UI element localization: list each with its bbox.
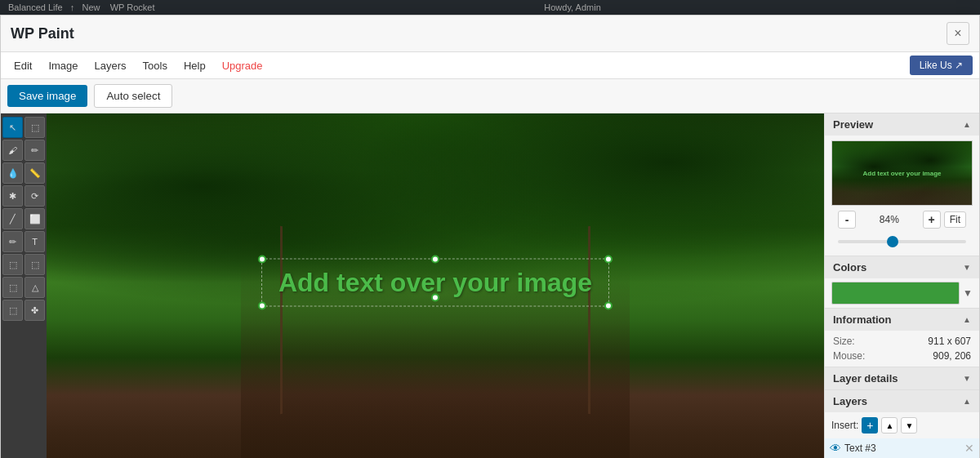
preview-body: Add text over your image - 84% + Fit [825,136,979,256]
tool-row-2: 🖌 ✏ [2,140,45,161]
tool-triangle[interactable]: △ [24,277,45,298]
menu-items: Edit Image Layers Tools Help Upgrade [7,56,270,75]
handle-br[interactable] [604,302,612,310]
dialog-title: WP Paint [11,25,74,42]
preview-title: Preview [833,118,873,131]
admin-bar: Balanced Life ↑ New WP Rocket Howdy, A [8,2,601,12]
preview-arrow: ▲ [963,120,971,129]
canvas-text: Add text over your image [278,268,592,297]
tool-line[interactable]: ╱ [2,208,23,229]
tool-shape1[interactable]: ⬚ [2,254,23,275]
wp-paint-dialog: WP Paint × Edit Image Layers Tools Help … [0,15,980,458]
colors-arrow: ▼ [963,263,971,272]
layer-name: Text #3 [844,442,961,454]
info-mouse-label: Mouse: [833,350,865,362]
color-swatch[interactable] [831,282,960,305]
layers-insert-row: Insert: + ▲ ▼ [825,412,979,438]
menu-layers[interactable]: Layers [88,56,133,75]
handle-bc[interactable] [431,294,439,302]
tool-row-9: ⬚ ✤ [2,300,45,321]
tool-row-8: ⬚ △ [2,277,45,298]
info-size-value: 911 x 607 [928,336,971,347]
layers-insert-label: Insert: [831,420,858,431]
info-mouse-row: Mouse: 909, 206 [825,349,979,363]
color-dropdown-arrow[interactable]: ▼ [963,287,973,299]
layer-delete-button[interactable]: ✕ [964,442,974,455]
preview-image: Add text over your image [831,140,973,206]
info-size-row: Size: 911 x 607 [825,334,979,349]
menu-tools[interactable]: Tools [136,56,174,75]
layers-header[interactable]: Layers ▲ [825,390,979,412]
tool-fill[interactable]: ⬚ [2,300,23,321]
tools-panel: ↖ ⬚ 🖌 ✏ 💧 📏 ✱ ⟳ ╱ ⬜ ✏ T [1,113,47,458]
info-mouse-value: 909, 206 [933,350,971,362]
menu-image[interactable]: Image [42,56,84,75]
colors-header[interactable]: Colors ▼ [825,256,979,278]
bridge-overlay [832,180,972,205]
save-image-button[interactable]: Save image [7,85,87,107]
menu-upgrade[interactable]: Upgrade [216,56,270,75]
tool-rect[interactable]: ⬜ [24,208,45,229]
tool-star[interactable]: ✤ [24,300,45,321]
layer-details-header[interactable]: Layer details ▼ [825,367,979,389]
tool-marquee[interactable]: ⬚ [24,117,45,138]
preview-header[interactable]: Preview ▲ [825,113,979,136]
auto-select-button[interactable]: Auto select [94,84,172,108]
info-size-label: Size: [833,336,855,347]
layer-details-section: Layer details ▼ [825,367,979,390]
layer-details-arrow: ▼ [963,374,971,383]
preview-section: Preview ▲ Add text over your image - [825,113,979,256]
tool-transform[interactable]: ⟳ [24,185,45,207]
tool-select[interactable]: ↖ [2,117,23,138]
tool-brush[interactable]: 🖌 [2,140,23,161]
preview-img-inner: Add text over your image [832,141,972,205]
colors-title: Colors [833,261,866,273]
like-us-button[interactable]: Like Us ↗ [910,56,973,75]
tool-text[interactable]: T [24,231,45,252]
handle-tl[interactable] [258,256,266,264]
layers-move-down-button[interactable]: ▼ [901,417,917,434]
preview-text: Add text over your image [862,170,941,177]
dialog-title-bar: WP Paint × [1,16,979,52]
zoom-fit-button[interactable]: Fit [944,211,966,228]
dialog-close-button[interactable]: × [947,22,969,45]
tool-shape3[interactable]: ⬚ [2,277,23,298]
tool-row-7: ⬚ ⬚ [2,254,45,275]
information-header[interactable]: Information ▲ [825,309,979,331]
main-content: ↖ ⬚ 🖌 ✏ 💧 📏 ✱ ⟳ ╱ ⬜ ✏ T [1,113,979,458]
tool-row-3: 💧 📏 [2,162,45,184]
zoom-value: 84% [859,214,920,225]
tool-eyedropper[interactable]: 💧 [2,162,23,184]
text-layer-container[interactable]: Add text over your image [261,259,609,307]
layers-section: Layers ▲ Insert: + ▲ ▼ 👁 Text #3 ✕ [825,390,979,458]
layers-move-up-button[interactable]: ▲ [881,417,898,434]
canvas-area[interactable]: Add text over your image [47,113,824,458]
layer-visibility-icon[interactable]: 👁 [830,442,841,455]
handle-tr[interactable] [604,256,612,264]
layers-list: 👁 Text #3 ✕ 👁 tim-swaan-eOpewngf68w- [825,438,979,458]
layers-add-button[interactable]: + [862,417,878,434]
layer-details-title: Layer details [833,372,898,385]
menu-help[interactable]: Help [177,56,212,75]
menu-bar: Edit Image Layers Tools Help Upgrade Lik… [1,52,979,79]
tool-pen[interactable]: ✏ [2,231,23,252]
zoom-in-button[interactable]: + [923,211,941,229]
information-section: Information ▲ Size: 911 x 607 Mouse: 909… [825,309,979,367]
tool-magic-wand[interactable]: ✱ [2,185,23,207]
handle-tc[interactable] [431,256,439,264]
tool-row-5: ╱ ⬜ [2,208,45,229]
layer-item-text3[interactable]: 👁 Text #3 ✕ [825,438,979,458]
tool-pencil[interactable]: ✏ [24,140,45,161]
colors-section: Colors ▼ ▼ [825,256,979,309]
layers-arrow: ▲ [963,397,971,406]
zoom-out-button[interactable]: - [838,211,856,229]
tool-ruler[interactable]: 📏 [24,162,45,184]
toolbar: Save image Auto select [1,79,979,113]
tool-row-4: ✱ ⟳ [2,185,45,207]
menu-edit[interactable]: Edit [7,56,38,75]
handle-bl[interactable] [258,302,266,310]
tool-shape2[interactable]: ⬚ [24,254,45,275]
tool-row-1: ↖ ⬚ [2,117,45,138]
layers-title: Layers [833,395,867,407]
zoom-slider[interactable] [838,240,966,243]
